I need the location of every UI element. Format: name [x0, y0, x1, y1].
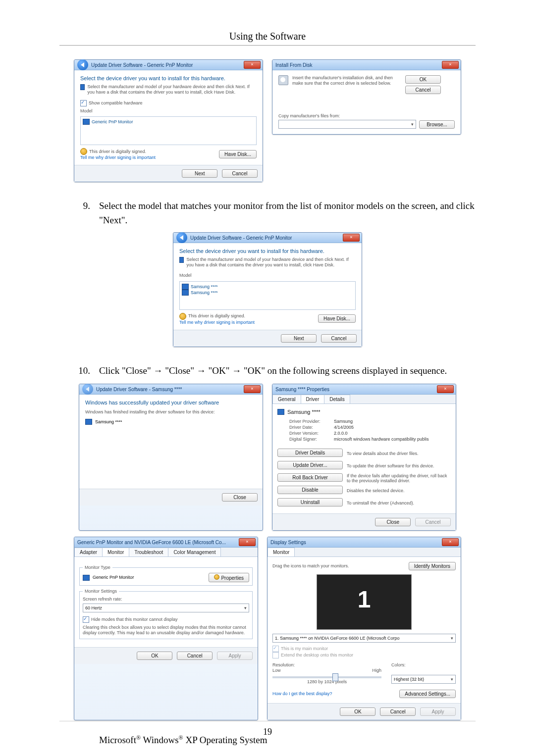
- refresh-rate-select[interactable]: 60 Hertz: [83, 604, 249, 612]
- label: Driver Provider:: [289, 419, 334, 424]
- close-icon[interactable]: ×: [239, 538, 256, 546]
- hide-modes-note: Clearing this check box allows you to se…: [83, 625, 249, 636]
- window-title: Update Driver Software - Samsung ****: [96, 387, 182, 392]
- next-button[interactable]: Next: [281, 334, 317, 343]
- path-input[interactable]: [278, 120, 416, 129]
- shield-icon: [214, 574, 219, 580]
- colors-label: Colors:: [391, 662, 456, 668]
- desc: Disables the selected device.: [347, 488, 451, 493]
- tab-details[interactable]: Details: [324, 395, 350, 403]
- browse-button[interactable]: Browse...: [419, 120, 455, 129]
- have-disk-button[interactable]: Have Disk...: [318, 314, 356, 323]
- monitor-icon: [182, 284, 189, 290]
- legend: Monitor Type: [83, 565, 112, 570]
- colors-select[interactable]: Highest (32 bit): [391, 675, 456, 684]
- close-icon[interactable]: ×: [442, 538, 459, 546]
- refresh-label: Screen refresh rate:: [83, 597, 249, 602]
- monitor-number: 1: [317, 575, 411, 624]
- label: Digital Signer:: [289, 437, 334, 442]
- tab-adapter[interactable]: Adapter: [74, 548, 103, 556]
- tab-monitor[interactable]: Monitor: [268, 548, 295, 556]
- desc: To view details about the driver files.: [347, 451, 451, 456]
- ok-button[interactable]: OK: [137, 652, 172, 660]
- page-header: Using the Software: [0, 0, 535, 42]
- close-icon[interactable]: ×: [244, 61, 261, 69]
- close-button[interactable]: Close: [222, 493, 258, 502]
- tab-troubleshoot[interactable]: Troubleshoot: [129, 548, 168, 556]
- back-icon[interactable]: [176, 232, 187, 243]
- high-label: High: [372, 668, 381, 673]
- monitor-icon: [80, 84, 85, 90]
- done-sub: Windows has finished installing the driv…: [85, 409, 257, 415]
- list-item[interactable]: Samsung ****: [191, 290, 218, 295]
- cancel-button[interactable]: Cancel: [380, 707, 416, 716]
- uninstall-button[interactable]: Uninstall: [277, 498, 343, 506]
- hide-modes-label: Hide modes that this monitor cannot disp…: [91, 617, 178, 622]
- monitor-properties-dialog: Generic PnP Monitor and NVIDIA GeForce 6…: [74, 537, 258, 720]
- label: Driver Date:: [289, 425, 334, 430]
- have-disk-button[interactable]: Have Disk...: [219, 150, 257, 158]
- display-settings-dialog: Display Settings × Monitor Drag the icon…: [267, 537, 461, 720]
- monitor-icon: [182, 290, 189, 296]
- close-button[interactable]: Close: [375, 518, 411, 526]
- list-item[interactable]: Generic PnP Monitor: [92, 119, 133, 124]
- next-button[interactable]: Next: [182, 169, 217, 178]
- slider-thumb[interactable]: [332, 673, 338, 681]
- monitor-icon: [83, 119, 90, 125]
- tab-color[interactable]: Color Management: [168, 548, 221, 556]
- cancel-button[interactable]: Cancel: [222, 169, 258, 178]
- list-item[interactable]: Samsung ****: [191, 284, 218, 289]
- ok-button[interactable]: OK: [340, 707, 375, 716]
- legend: Monitor Settings: [83, 589, 119, 594]
- close-icon[interactable]: ×: [437, 385, 454, 393]
- signed-label: This driver is digitally signed.: [89, 149, 146, 154]
- back-icon[interactable]: [77, 59, 88, 70]
- resolution-slider[interactable]: [272, 676, 381, 678]
- show-compatible-checkbox[interactable]: [80, 100, 87, 106]
- hide-modes-checkbox[interactable]: [83, 616, 89, 623]
- signing-link[interactable]: Tell me why driver signing is important: [80, 155, 156, 160]
- disable-button[interactable]: Disable: [277, 486, 343, 494]
- cancel-button[interactable]: Cancel: [177, 652, 213, 660]
- advanced-button[interactable]: Advanced Settings...: [399, 690, 456, 698]
- tab-monitor[interactable]: Monitor: [102, 548, 129, 556]
- monitor-icon: [277, 409, 284, 415]
- tab-driver[interactable]: Driver: [301, 395, 325, 403]
- apply-button: Apply: [217, 652, 253, 660]
- cancel-button[interactable]: Cancel: [405, 86, 441, 94]
- monitor-icon: [83, 575, 90, 581]
- monitor-settings-group: Monitor Settings Screen refresh rate: 60…: [79, 589, 253, 639]
- best-display-link[interactable]: How do I get the best display?: [272, 691, 332, 696]
- window-title: Install From Disk: [275, 62, 312, 68]
- drag-label: Drag the icons to match your monitors.: [272, 563, 349, 569]
- low-label: Low: [272, 668, 281, 673]
- label: Driver Version:: [289, 431, 334, 436]
- close-icon[interactable]: ×: [244, 385, 261, 393]
- extend-checkbox: [272, 652, 279, 658]
- identify-button[interactable]: Identify Monitors: [409, 562, 456, 570]
- wizard-heading: Select the device driver you want to ins…: [80, 75, 257, 81]
- value: 4/14/2005: [334, 425, 354, 430]
- signed-label: This driver is digitally signed.: [188, 313, 245, 319]
- rollback-button[interactable]: Roll Back Driver: [277, 473, 343, 482]
- shield-icon: [80, 148, 87, 155]
- close-icon[interactable]: ×: [442, 61, 459, 69]
- page-number: 19: [0, 727, 535, 737]
- close-icon[interactable]: ×: [343, 234, 360, 242]
- signing-link[interactable]: Tell me why driver signing is important: [179, 320, 255, 325]
- cancel-button: Cancel: [415, 518, 451, 526]
- value: Samsung: [334, 419, 353, 424]
- driver-details-button[interactable]: Driver Details: [277, 449, 343, 457]
- tab-general[interactable]: General: [272, 395, 301, 403]
- ok-button[interactable]: OK: [405, 75, 441, 84]
- update-driver-button[interactable]: Update Driver...: [277, 461, 343, 469]
- properties-button[interactable]: Properties: [209, 573, 249, 582]
- monitor-select[interactable]: 1. Samsung **** on NVIDIA GeForce 6600 L…: [272, 634, 456, 643]
- cancel-button[interactable]: Cancel: [321, 334, 357, 343]
- wizard-note: Select the manufacturer and model of you…: [88, 84, 257, 95]
- monitor-preview[interactable]: 1: [317, 574, 412, 630]
- model-list[interactable]: Generic PnP Monitor: [80, 116, 257, 145]
- desc: To update the driver software for this d…: [347, 463, 451, 468]
- extend-label: Extend the desktop onto this monitor: [281, 653, 353, 657]
- model-list[interactable]: Samsung **** Samsung ****: [179, 281, 356, 310]
